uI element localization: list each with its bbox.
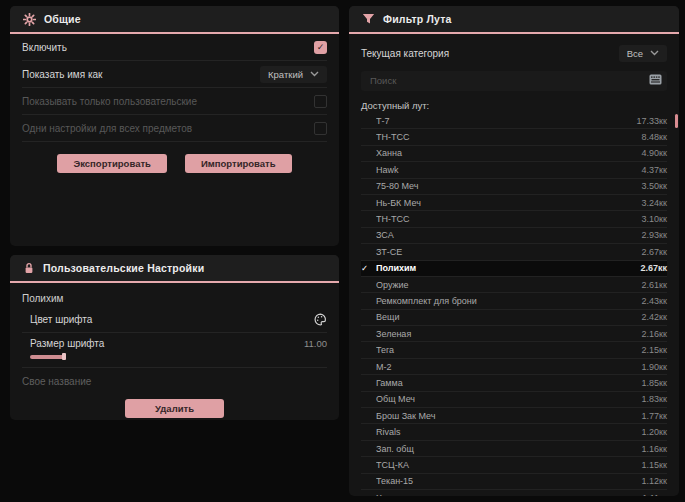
scrollbar-thumb[interactable] [675,114,678,128]
loot-item-row[interactable]: Rivals1.20кк [361,424,667,440]
loot-item-value: 2.93кк [642,230,667,240]
enable-label: Включить [22,42,67,53]
loot-item-value: 1.16кк [642,444,667,454]
loot-item-name: Нь-БК Меч [376,198,642,208]
check-icon: ✓ [361,263,376,273]
loot-item-row[interactable]: Ремкомплект для брони2.43кк [361,293,667,309]
delete-row: Удалить [22,399,327,418]
slider-fill [30,355,64,359]
loot-item-name: Текан-15 [376,476,642,486]
same-for-all-label: Одни настройки для всех предметов [22,123,192,134]
loot-item-row[interactable]: Зап. общ1.16кк [361,441,667,457]
chevron-down-icon [650,50,659,56]
loot-item-row[interactable]: ТН-ТСС8.48кк [361,129,667,145]
name-mode-row: Показать имя как Краткий [22,61,327,88]
search-input[interactable] [361,71,667,91]
loot-item-row[interactable]: Хава1.11кк [361,490,667,496]
loot-item-value: 1.90кк [642,362,667,372]
loot-item-row[interactable]: Текан-151.12кк [361,474,667,490]
category-dropdown[interactable]: Все [619,45,667,62]
funnel-icon [362,13,375,25]
keyboard-icon[interactable] [649,74,662,85]
loot-item-name: ТН-ТСС [376,132,642,142]
font-color-label: Цвет шрифта [30,314,92,325]
loot-item-name: Ремкомплект для брони [376,296,642,306]
available-loot-label: Доступный лут: [361,100,667,111]
font-size-value: 11.00 [304,338,327,349]
loot-item-row[interactable]: ✓Полихим2.67кк [361,261,667,277]
only-custom-label: Показывать только пользовательские [22,96,197,107]
loot-item-name: Хава [376,493,642,496]
import-button[interactable]: Импортировать [185,154,292,173]
loot-item-row[interactable]: Ханна4.90кк [361,146,667,162]
loot-item-row[interactable]: ЗТ-СЕ2.67кк [361,244,667,260]
general-panel-header: Общие [10,6,339,34]
font-size-label: Размер шрифта [30,338,104,349]
loot-item-row[interactable]: Брош Зак Меч1.77кк [361,408,667,424]
loot-item-row[interactable]: Нь-БК Меч3.24кк [361,195,667,211]
enable-checkbox[interactable]: ✓ [314,41,327,54]
loot-filter-body: Текущая категория Все [349,40,679,496]
loot-item-value: 2.67кк [642,247,667,257]
same-for-all-row: Одни настройки для всех предметов [22,115,327,142]
loot-item-value: 1.11кк [642,493,667,496]
only-custom-checkbox[interactable] [314,95,327,108]
loot-item-row[interactable]: ТН-ТСС3.10кк [361,211,667,227]
only-custom-row: Показывать только пользовательские [22,88,327,115]
general-panel-title: Общие [44,13,81,25]
loot-item-value: 8.48кк [642,132,667,142]
loot-item-row[interactable]: Общ Меч1.83кк [361,392,667,408]
loot-item-name: Общ Меч [376,394,642,404]
loot-item-row[interactable]: Гамма1.85кк [361,375,667,391]
loot-item-name: Тега [376,345,642,355]
loot-item-row[interactable]: Оружие2.61кк [361,277,667,293]
loot-item-row[interactable]: Вещи2.42кк [361,310,667,326]
same-for-all-checkbox[interactable] [314,122,327,135]
loot-filter-header: Фильтр Лута [349,6,679,34]
loot-item-value: 2.42кк [642,312,667,322]
delete-button[interactable]: Удалить [125,399,224,418]
loot-item-value: 3.10кк [642,214,667,224]
loot-item-row[interactable]: Зеленая2.16кк [361,326,667,342]
import-export-row: Экспортировать Импортировать [22,154,327,173]
loot-item-name: Зеленая [376,329,642,339]
loot-list: Т-717.33ккТН-ТСС8.48ккХанна4.90ккHawk4.3… [361,113,667,496]
loot-item-row[interactable]: 75-80 Меч3.50кк [361,179,667,195]
padlock-icon [23,262,35,275]
loot-item-row[interactable]: ЗСА2.93кк [361,228,667,244]
custom-name-input[interactable] [22,368,327,395]
loot-item-value: 1.85кк [642,378,667,388]
export-button[interactable]: Экспортировать [57,154,166,173]
loot-item-row[interactable]: Тега2.15кк [361,342,667,358]
category-row: Текущая категория Все [361,40,667,66]
loot-item-value: 1.83кк [642,394,667,404]
app-window: Общие Включить ✓ Показать имя как Кратки… [0,0,685,502]
loot-item-name: Полихим [376,263,640,273]
palette-icon[interactable] [314,313,327,326]
loot-item-name: Брош Зак Меч [376,411,642,421]
loot-item-value: 1.12кк [642,476,667,486]
slider-thumb[interactable] [62,353,66,360]
loot-item-name: Зап. общ [376,444,642,454]
name-mode-dropdown[interactable]: Краткий [260,66,327,83]
custom-settings-header: Пользовательские Настройки [10,255,339,283]
loot-item-value: 1.15кк [642,460,667,470]
loot-item-name: Оружие [376,280,642,290]
loot-item-value: 2.43кк [642,296,667,306]
loot-filter-title: Фильтр Лута [383,13,452,25]
gear-icon [23,13,36,26]
loot-item-value: 4.37кк [642,165,667,175]
loot-item-row[interactable]: ТСЦ-КА1.15кк [361,457,667,473]
loot-item-name: ЗСА [376,230,642,240]
loot-item-value: 2.67кк [640,263,667,273]
loot-item-row[interactable]: М-21.90кк [361,359,667,375]
loot-item-value: 17.33кк [637,116,667,126]
selected-item-name: Полихим [22,293,327,304]
loot-item-value: 3.50кк [642,181,667,191]
loot-item-name: Hawk [376,165,642,175]
loot-filter-panel: Фильтр Лута Текущая категория Все [349,6,679,496]
font-size-slider[interactable] [30,353,327,360]
loot-item-value: 2.16кк [642,329,667,339]
loot-item-row[interactable]: Т-717.33кк [361,113,667,129]
loot-item-row[interactable]: Hawk4.37кк [361,162,667,178]
